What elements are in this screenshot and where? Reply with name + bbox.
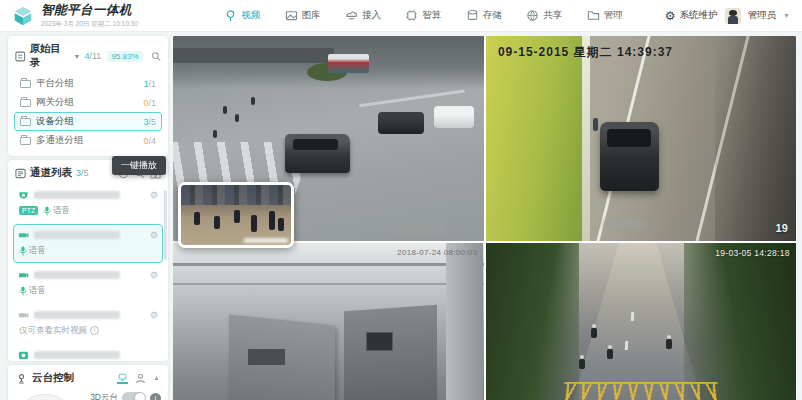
nav-item-share[interactable]: 共享 xyxy=(526,9,562,22)
nav-label: 视频 xyxy=(241,9,260,22)
channel-gear-icon[interactable]: ⚙ xyxy=(150,231,158,240)
ptz-joystick-icon xyxy=(16,373,27,384)
catalog-header: 原始目录 ▼ 4/11 95.83% xyxy=(8,36,168,74)
nav-label: 智算 xyxy=(422,9,441,22)
search-icon[interactable] xyxy=(151,51,162,62)
scene-sedan xyxy=(378,112,425,134)
video-tile-indoor[interactable]: 2018-07-24 08:00:03 IPC xyxy=(173,243,484,400)
nav-label: 存储 xyxy=(483,9,502,22)
channel-list-panel: 通道列表 3/5 ⚙ xyxy=(8,160,168,361)
scene-desk xyxy=(248,349,285,365)
group-count-den: /5 xyxy=(148,117,156,127)
catalog-caret-icon[interactable]: ▼ xyxy=(74,53,81,60)
ptz-header: 云台控制 ▼ xyxy=(8,365,168,388)
voice-tag: 语音 xyxy=(43,205,70,217)
scene-pedestrian xyxy=(235,114,239,122)
folder-icon xyxy=(20,99,31,107)
voice-tag: 语音 xyxy=(19,285,46,297)
nav-item-video[interactable]: 视频 xyxy=(224,9,260,22)
channel-list: ⚙ PTZ 语音 xyxy=(8,184,168,361)
nav-item-storage[interactable]: 存储 xyxy=(466,9,502,22)
group-count: 0/1 xyxy=(143,98,156,108)
screen-control-icon[interactable] xyxy=(117,373,128,384)
osd-timestamp: 19-03-05 14:28:18 xyxy=(715,248,790,258)
user-menu-caret-icon[interactable]: ▼ xyxy=(783,12,790,19)
channel-item-5[interactable] xyxy=(13,344,163,361)
pip-preview-window[interactable] xyxy=(178,182,294,248)
mic-icon xyxy=(19,246,27,256)
app-title: 智能平台一体机 xyxy=(41,2,138,19)
watermark-redacted xyxy=(390,226,446,234)
collapse-icon[interactable]: ▼ xyxy=(153,375,160,382)
restricted-note: 仅可查看实时视频 i xyxy=(19,325,99,337)
watermark-redacted xyxy=(603,220,647,228)
scene-scooter xyxy=(607,349,613,359)
main-nav: 视频 图库 接入 智算 存储 共享 xyxy=(212,9,635,22)
group-row-device[interactable]: 设备分组 3/5 xyxy=(14,112,162,131)
nav-item-access[interactable]: 接入 xyxy=(345,9,381,22)
group-row-platform[interactable]: 平台分组 1/1 xyxy=(14,74,162,93)
scene-trees-right xyxy=(684,243,796,400)
offline-camera-icon xyxy=(18,310,29,321)
nav-item-manage[interactable]: 管理 xyxy=(587,9,623,22)
bullet-camera-icon xyxy=(18,230,29,241)
ptz-title: 云台控制 xyxy=(32,371,74,385)
gallery-nav-icon xyxy=(285,9,298,22)
video-tile-street-trees[interactable]: 19-03-05 14:28:18 xyxy=(486,243,797,400)
app-logo-icon xyxy=(12,5,34,27)
group-count: 0/4 xyxy=(143,136,156,146)
ptz-3d-label: 3D云台 xyxy=(90,392,118,400)
channel-item-3[interactable]: ⚙ 语音 xyxy=(13,264,163,303)
channel-name-redacted xyxy=(34,351,120,359)
scene-pedestrian xyxy=(213,130,217,138)
ptz-joystick[interactable]: ▲ ▼ ◀ ▶ ▲ ▲ ▲ ▲ ↻ xyxy=(14,394,76,400)
nvr-device-icon xyxy=(18,350,29,361)
channel-list-title: 通道列表 xyxy=(30,166,72,180)
group-count: 3/5 xyxy=(143,117,156,127)
scene-scooter xyxy=(666,339,672,349)
ptz-info-icon: i xyxy=(150,393,161,400)
channel-gear-icon[interactable]: ⚙ xyxy=(150,311,158,320)
folder-icon xyxy=(20,137,31,145)
channel-list-icon xyxy=(15,168,26,179)
app-window: 智能平台一体机 2023年 3月 20日 星期二 10:10:30 视频 图库 … xyxy=(0,0,802,400)
scene-bus xyxy=(328,54,368,72)
channel-gear-icon[interactable]: ⚙ xyxy=(150,271,158,280)
system-maintenance-button[interactable]: ⚙ 系统维护 xyxy=(665,9,718,22)
group-count: 1/1 xyxy=(143,79,156,89)
pip-person xyxy=(234,210,240,223)
access-nav-icon xyxy=(345,9,358,22)
channel-gear-icon[interactable]: ⚙ xyxy=(150,191,158,200)
scene-ceiling-beam xyxy=(173,263,484,266)
scene-shadow xyxy=(715,36,796,241)
catalog-count: 4/11 xyxy=(85,51,102,61)
scene-ceiling-beam xyxy=(173,283,484,285)
pip-person xyxy=(214,216,220,229)
channel-item-2[interactable]: ⚙ 语音 xyxy=(13,224,163,263)
channel-count-total: /5 xyxy=(81,168,89,178)
channel-item-4[interactable]: ⚙ 仅可查看实时视频 i xyxy=(13,304,163,343)
catalog-icon xyxy=(15,51,26,62)
channel-name-redacted xyxy=(34,231,120,239)
video-tile-highway[interactable]: 09-15-2015 星期二 14:39:37 19 xyxy=(486,36,797,241)
ptz-3d-toggle[interactable] xyxy=(122,392,146,400)
storage-nav-icon xyxy=(466,9,479,22)
group-row-multichannel[interactable]: 多通道分组 0/4 xyxy=(14,131,162,150)
scene-trees-left xyxy=(486,243,579,400)
nav-item-ai[interactable]: 智算 xyxy=(405,9,441,22)
group-list: 平台分组 1/1 网关分组 0/1 设备分组 3/5 xyxy=(8,74,168,156)
scrollbar-thumb[interactable] xyxy=(164,190,167,260)
channel-item-1[interactable]: ⚙ PTZ 语音 xyxy=(13,184,163,223)
person-control-icon[interactable] xyxy=(135,373,146,384)
group-row-gateway[interactable]: 网关分组 0/1 xyxy=(14,93,162,112)
scene-cubicle xyxy=(344,305,437,400)
scene-scooter xyxy=(579,359,585,369)
group-count-den: /4 xyxy=(148,136,156,146)
nav-item-gallery[interactable]: 图库 xyxy=(285,9,321,22)
header-right: ⚙ 系统维护 管理员 ▼ xyxy=(665,8,790,24)
mic-icon xyxy=(43,206,51,216)
avatar[interactable] xyxy=(725,8,741,24)
scene-suv xyxy=(285,134,350,173)
scene-yellow-box-marking xyxy=(540,383,742,400)
info-icon: i xyxy=(90,326,99,335)
